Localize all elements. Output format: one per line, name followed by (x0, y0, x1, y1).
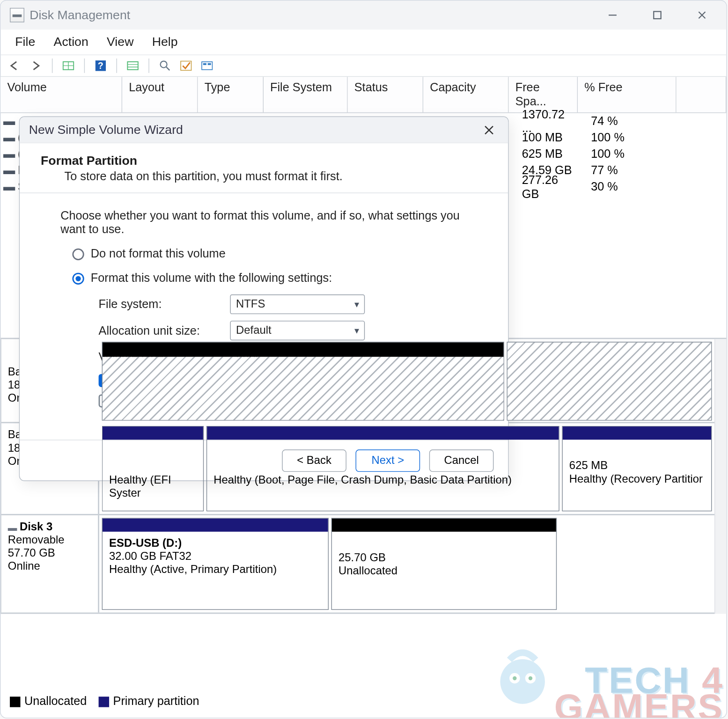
col-type[interactable]: Type (198, 77, 264, 112)
col-layout[interactable]: Layout (122, 77, 198, 112)
partition-box[interactable]: Healthy (Boot, Page File, Crash Dump, Ba… (206, 426, 559, 512)
app-icon (10, 8, 24, 22)
watermark-text: TECH 4GAMERS (554, 668, 724, 719)
dropdown-value: Default (236, 324, 272, 337)
cell-pct: 74 % (584, 114, 683, 128)
grid-icon[interactable] (59, 58, 77, 74)
partition-status: Unallocated (338, 565, 550, 578)
allocation-size-label: Allocation unit size: (99, 323, 230, 337)
file-system-dropdown[interactable]: NTFS ▾ (230, 294, 365, 314)
maximize-button[interactable] (644, 6, 671, 24)
menu-file[interactable]: File (7, 32, 43, 52)
disk-status: Online (8, 560, 91, 573)
disk-management-window: Disk Management File Action View Help ? (0, 0, 727, 719)
layout-icon[interactable] (198, 58, 216, 74)
disk-panel-disk3: ▬ Disk 3 Removable 57.70 GB Online ESD-U… (0, 515, 714, 614)
cell-free: 625 MB (515, 147, 584, 161)
partition-status: Healthy (Recovery Partitior (569, 472, 705, 485)
menu-view[interactable]: View (99, 32, 141, 52)
vertical-scrollbar[interactable] (714, 339, 726, 614)
partition-size: 25.70 GB (338, 551, 550, 565)
minimize-button[interactable] (599, 6, 626, 24)
titlebar: Disk Management (0, 0, 726, 29)
legend: Unallocated Primary partition (10, 695, 199, 708)
partition-name: ESD-USB (D:) (109, 537, 321, 550)
wizard-subheading: To store data on this partition, you mus… (41, 168, 487, 183)
svg-point-23 (513, 676, 516, 680)
drive-icon: ▬ (0, 131, 18, 144)
drive-icon: ▬ (0, 164, 18, 177)
dropdown-value: NTFS (236, 298, 265, 311)
check-icon[interactable] (177, 58, 195, 74)
chevron-down-icon: ▾ (354, 325, 359, 336)
partition-size: 32.00 GB FAT32 (109, 550, 321, 563)
col-volume[interactable]: Volume (0, 77, 122, 112)
close-button[interactable] (688, 6, 716, 24)
cell-pct: 100 % (584, 147, 683, 161)
legend-swatch-primary (99, 697, 109, 707)
partition-box[interactable]: 625 MB Healthy (Recovery Partitior (562, 426, 712, 512)
column-header: Volume Layout Type File System Status Ca… (0, 77, 726, 113)
partition-size: 625 MB (569, 459, 705, 472)
menu-help[interactable]: Help (144, 32, 186, 52)
radio-do-not-format[interactable]: Do not format this volume (72, 247, 479, 261)
col-filesystem[interactable]: File System (264, 77, 348, 112)
menubar: File Action View Help (0, 29, 726, 55)
svg-point-24 (529, 676, 532, 680)
partition-status: Healthy (EFI Syster (109, 474, 197, 500)
wizard-title: New Simple Volume Wizard (29, 123, 183, 137)
radio-checked-icon (72, 272, 84, 284)
svg-rect-1 (654, 12, 661, 19)
radio-format-settings[interactable]: Format this volume with the following se… (72, 271, 479, 285)
radio-label: Format this volume with the following se… (91, 271, 332, 285)
cell-free: 100 MB (515, 131, 584, 144)
svg-rect-9 (127, 62, 138, 70)
partition-box[interactable]: Healthy (EFI Syster (102, 426, 204, 512)
radio-icon (72, 248, 84, 260)
wizard-close-button[interactable] (479, 120, 499, 139)
allocation-size-dropdown[interactable]: Default ▾ (230, 321, 365, 340)
volume-rows: ▬ 1370.72 ... 74 % ▬ ( 100 MB 100 % ▬ ( … (0, 113, 726, 337)
forward-icon[interactable] (27, 58, 45, 74)
svg-rect-16 (203, 63, 206, 65)
disk-type: Removable (8, 534, 91, 547)
col-pctfree[interactable]: % Free (578, 77, 677, 112)
wizard-intro: Choose whether you want to format this v… (60, 209, 479, 236)
chevron-down-icon: ▾ (354, 299, 359, 309)
cell-pct: 100 % (584, 131, 683, 144)
disk-size: 57.70 GB (8, 547, 91, 560)
col-status[interactable]: Status (348, 77, 423, 112)
radio-label: Do not format this volume (91, 247, 226, 261)
cell-free: 277.26 GB (515, 173, 584, 201)
svg-text:?: ? (98, 60, 103, 71)
drive-icon: ▬ (0, 180, 18, 194)
toolbar: ? (0, 55, 726, 77)
disk-name: Disk 3 (20, 521, 52, 533)
col-capacity[interactable]: Capacity (423, 77, 509, 112)
disk-panel: Bas 186 Online Healthy (EFI Syster Healt… (0, 423, 714, 515)
file-system-label: File system: (99, 297, 230, 311)
svg-point-20 (500, 659, 544, 704)
wizard-heading: Format Partition (41, 154, 487, 169)
legend-swatch-unallocated (10, 697, 20, 707)
disk-map-area: Bas 186 On Bas 186 Online (0, 338, 726, 614)
menu-action[interactable]: Action (46, 32, 96, 52)
watermark-mascot-icon (490, 646, 555, 718)
cell-pct: 30 % (584, 180, 683, 194)
svg-line-13 (166, 67, 169, 70)
svg-rect-15 (202, 62, 212, 70)
help-icon[interactable]: ? (91, 58, 110, 74)
list-icon[interactable] (124, 58, 142, 74)
drive-icon: ▬ (0, 147, 18, 161)
partition-box[interactable]: ESD-USB (D:) 32.00 GB FAT32 Healthy (Act… (102, 518, 329, 610)
svg-point-12 (161, 61, 167, 68)
partition-status: Healthy (Boot, Page File, Crash Dump, Ba… (213, 474, 552, 487)
partition-box[interactable]: 25.70 GB Unallocated (331, 518, 557, 610)
back-icon[interactable] (6, 58, 24, 74)
legend-label: Primary partition (113, 695, 199, 708)
window-title: Disk Management (29, 8, 130, 22)
search-icon[interactable] (156, 58, 174, 74)
svg-rect-17 (208, 63, 211, 65)
partition-status: Healthy (Active, Primary Partition) (109, 563, 321, 576)
drive-icon: ▬ (0, 114, 18, 128)
